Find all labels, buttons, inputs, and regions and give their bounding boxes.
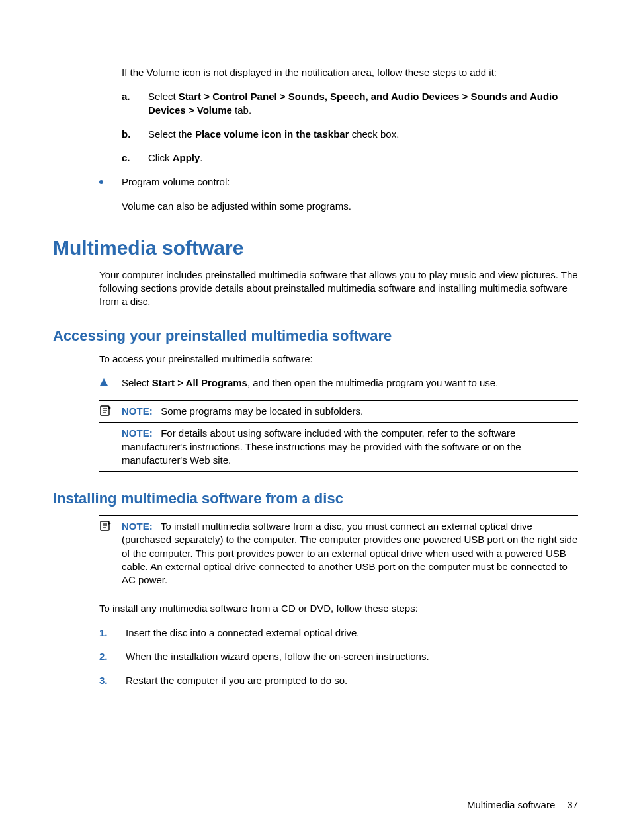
- step-number-1: 1.: [99, 626, 108, 640]
- h2a-step-prefix: Select: [122, 377, 152, 388]
- note-optical-drive: NOTE: To install multimedia software fro…: [99, 515, 578, 591]
- bullet-dot-icon: [99, 180, 103, 184]
- triangle-up-icon: [99, 378, 108, 387]
- step-b-prefix: Select the: [148, 128, 195, 140]
- step-a-suffix: tab.: [232, 105, 251, 116]
- page-footer: Multimedia software37: [0, 799, 578, 810]
- document-page: If the Volume icon is not displayed in t…: [0, 0, 631, 840]
- step-a-prefix: Select: [148, 91, 179, 102]
- bullet-program-volume: Program volume control:: [99, 175, 578, 189]
- bullet-program-volume-label: Program volume control:: [122, 176, 230, 187]
- note-icon: [99, 405, 112, 417]
- step-a: a. Select Start > Control Panel > Sounds…: [122, 90, 578, 117]
- step-a-bold: Start > Control Panel > Sounds, Speech, …: [148, 91, 558, 115]
- footer-page-number: 37: [567, 799, 578, 810]
- step-marker-b: b.: [122, 128, 130, 141]
- note-manufacturer-text: For details about using software include…: [122, 427, 521, 466]
- h2a-step-suffix: , and then open the multimedia program y…: [247, 377, 498, 388]
- install-step-3: 3. Restart the computer if you are promp…: [99, 674, 578, 687]
- note-optical-drive-body: NOTE: To install multimedia software fro…: [122, 520, 578, 587]
- heading-accessing-preinstalled: Accessing your preinstalled multimedia s…: [53, 327, 578, 345]
- intro-line: If the Volume icon is not displayed in t…: [122, 66, 578, 79]
- heading-multimedia-software: Multimedia software: [53, 237, 578, 259]
- install-step-3-text: Restart the computer if you are prompted…: [126, 675, 347, 686]
- note-label: NOTE:: [122, 427, 153, 439]
- step-b: b. Select the Place volume icon in the t…: [122, 128, 578, 141]
- install-step-2: 2. When the installation wizard opens, f…: [99, 650, 578, 663]
- note-subfolders-text: Some programs may be located in subfolde…: [161, 405, 363, 417]
- step-marker-c: c.: [122, 151, 130, 165]
- h2a-step: Select Start > All Programs, and then op…: [99, 376, 578, 390]
- step-number-3: 3.: [99, 674, 108, 687]
- note-manufacturer-body: NOTE: For details about using software i…: [122, 427, 578, 467]
- bullet-program-volume-body: Volume can also be adjusted within some …: [122, 200, 578, 213]
- step-c-bold: Apply: [173, 152, 200, 163]
- install-step-1-text: Insert the disc into a connected externa…: [126, 627, 360, 638]
- h1-paragraph: Your computer includes preinstalled mult…: [99, 269, 578, 309]
- step-number-2: 2.: [99, 650, 108, 663]
- h2b-intro: To install any multimedia software from …: [99, 602, 578, 615]
- step-marker-a: a.: [122, 90, 130, 103]
- install-step-1: 1. Insert the disc into a connected exte…: [99, 626, 578, 640]
- step-b-bold: Place volume icon in the taskbar: [195, 128, 349, 140]
- h2a-step-bold: Start > All Programs: [152, 377, 247, 388]
- step-c: c. Click Apply.: [122, 151, 578, 165]
- step-c-suffix: .: [200, 152, 202, 163]
- footer-section-label: Multimedia software: [467, 799, 555, 810]
- note-optical-drive-text: To install multimedia software from a di…: [122, 521, 577, 585]
- note-label: NOTE:: [122, 405, 153, 417]
- note-icon: [99, 520, 112, 532]
- h2a-intro: To access your preinstalled multimedia s…: [99, 353, 578, 366]
- step-c-prefix: Click: [148, 152, 173, 163]
- note-label: NOTE:: [122, 521, 153, 532]
- install-step-2-text: When the installation wizard opens, foll…: [126, 651, 429, 662]
- note-manufacturer: NOTE: For details about using software i…: [99, 423, 578, 472]
- note-subfolders-body: NOTE: Some programs may be located in su…: [122, 405, 578, 418]
- note-subfolders: NOTE: Some programs may be located in su…: [99, 400, 578, 423]
- svg-marker-0: [100, 378, 108, 386]
- heading-installing-from-disc: Installing multimedia software from a di…: [53, 490, 578, 507]
- step-b-suffix: check box.: [349, 128, 399, 140]
- page-content: If the Volume icon is not displayed in t…: [53, 66, 578, 687]
